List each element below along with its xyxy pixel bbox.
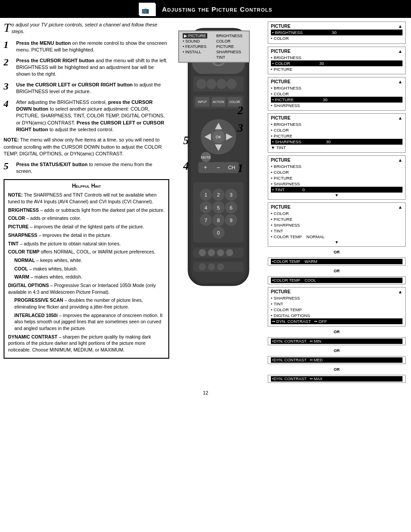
menu-box-6: PICTURE ▲ • COLOR • PICTURE • SHARPNESS … xyxy=(268,202,406,247)
svg-point-57 xyxy=(227,79,237,89)
steps-list: 1 Press the MENU button on the remote co… xyxy=(4,40,169,133)
menu-item-color-2: • COLOR 30 xyxy=(271,60,402,66)
svg-point-56 xyxy=(217,79,227,89)
step-text-5: Press the STATUS/EXIT button to remove t… xyxy=(16,161,169,175)
svg-text:+: + xyxy=(204,164,207,171)
menu-item-dyncontrast-max: • DYN. CONTRAST •• MAX xyxy=(271,376,402,382)
svg-text:INPUT: INPUT xyxy=(198,100,207,103)
svg-text:OK: OK xyxy=(215,135,221,139)
step-number-3: 3 xyxy=(4,82,13,91)
step-number-5: 5 xyxy=(4,161,13,171)
svg-text:5: 5 xyxy=(183,134,188,146)
right-column: PICTURE ▲ • BRIGHTNESS 30 • COLOR PICTUR… xyxy=(268,21,406,383)
step-1: 1 Press the MENU button on the remote co… xyxy=(4,40,169,54)
menu-item-color-4: • COLOR xyxy=(271,127,402,133)
left-column: T o adjust your TV picture controls, sel… xyxy=(4,21,169,383)
hint-brightness: BRIGHTNESS – adds or subtracts light fro… xyxy=(8,207,165,214)
menu-item-tint-4: ▼ TINT xyxy=(271,145,402,150)
menu-item-dyncontrast-min: • DYN. CONTRAST •• MIN xyxy=(271,339,402,344)
menu-title-6: PICTURE ▲ xyxy=(271,205,402,210)
hint-picture: PICTURE – improves the detail of the lig… xyxy=(8,223,165,230)
center-column: ▶ PICTURE • SOUND • FEATURES • INSTALL B… xyxy=(174,21,263,383)
svg-text:8: 8 xyxy=(217,218,220,223)
menu-item-picture-4: • PICTURE xyxy=(271,133,402,139)
hint-progressive: PROGRESSIVE SCAN – doubles the number of… xyxy=(14,297,165,310)
hint-sharpness: SHARPNESS – improves the detail in the p… xyxy=(8,232,165,239)
svg-text:5: 5 xyxy=(217,205,220,210)
svg-text:1: 1 xyxy=(205,192,207,197)
svg-point-47 xyxy=(217,249,224,256)
menu-item-digitaloptions-7: • DIGITAL OPTIONS xyxy=(271,313,402,318)
menu-item-sound: • SOUND xyxy=(183,39,207,44)
menu-item-dyncontrast-med: • DYN. CONTRAST •• MED xyxy=(271,357,402,363)
menu-item-colortemp-cool: • COLOR TEMP COOL xyxy=(271,278,402,283)
or-label-4: OR xyxy=(268,348,406,353)
or-label-5: OR xyxy=(268,367,406,372)
or-label-1: OR xyxy=(268,250,406,254)
step-number-4: 4 xyxy=(4,99,13,109)
menu-title-4: PICTURE ▲ xyxy=(271,116,402,120)
step-text-2: Press the CURSOR RIGHT button and the me… xyxy=(16,57,169,78)
hint-box: Helpful Hint NOTE: The SHARPNESS and TIN… xyxy=(4,179,169,358)
menu-item-brightness-1: • BRIGHTNESS 30 xyxy=(271,30,402,35)
menu-item-sharpness-5: • SHARPNESS xyxy=(271,181,402,187)
svg-point-50 xyxy=(199,263,206,270)
note-text: The menu will show only five items at a … xyxy=(4,137,162,156)
menu-item-picture2: PICTURE xyxy=(216,44,243,49)
step-5-list: 5 Press the STATUS/EXIT button to remove… xyxy=(4,161,169,175)
menu-title-7: PICTURE ▲ xyxy=(271,289,402,294)
step-2: 2 Press the CURSOR RIGHT button and the … xyxy=(4,57,169,78)
step-4: 4 After adjusting the BRIGHTNESS control… xyxy=(4,99,169,133)
svg-point-48 xyxy=(226,249,233,256)
page-number: 12 xyxy=(0,386,411,399)
menu-title-3: PICTURE ▲ xyxy=(271,79,402,84)
menu-item-brightness: BRIGHTNESS xyxy=(216,33,243,39)
svg-text:4: 4 xyxy=(205,205,207,210)
svg-text:COLOR: COLOR xyxy=(229,100,240,103)
menu-item-tint: TINT xyxy=(216,55,243,60)
menu-item-colortemp-warm: • COLOR TEMP WARM xyxy=(271,259,402,264)
svg-text:6: 6 xyxy=(230,205,232,210)
menu-box-5: PICTURE ▲ • BRIGHTNESS • COLOR • PICTURE… xyxy=(268,155,406,200)
intro-text: T o adjust your TV picture controls, sel… xyxy=(4,21,169,35)
menu-item-sharpness-3: • SHARPNESS xyxy=(271,103,402,108)
menu-box-3: PICTURE ▲ • BRIGHTNESS • COLOR • PICTURE… xyxy=(268,77,406,111)
onscreen-menu-left: ▶ PICTURE • SOUND • FEATURES • INSTALL xyxy=(183,33,207,60)
menu-item-sharpness-7: • SHARPNESS xyxy=(271,295,402,301)
step-3: 3 Use the CURSOR LEFT or CURSOR RIGHT bu… xyxy=(4,82,169,95)
menu-box-2: PICTURE ▲ • BRIGHTNESS • COLOR 30 • PICT… xyxy=(268,47,406,74)
menu-box-6c: • COLOR TEMP COOL xyxy=(268,276,406,284)
menu-title-5: PICTURE ▲ xyxy=(271,158,402,163)
svg-point-54 xyxy=(197,79,207,89)
note-label: NOTE: xyxy=(4,137,19,142)
menu-item-tint-6: • TINT xyxy=(271,228,402,234)
step-text-1: Press the MENU button on the remote cont… xyxy=(16,40,169,54)
step-text-4: After adjusting the BRIGHTNESS control, … xyxy=(16,99,169,133)
svg-text:3: 3 xyxy=(237,122,243,134)
menu-item-features: • FEATURES xyxy=(183,44,207,49)
arrow-up-4: ▲ xyxy=(398,116,402,120)
step-number-2: 2 xyxy=(4,57,13,67)
svg-point-52 xyxy=(217,263,224,270)
svg-text:0: 0 xyxy=(217,230,220,236)
page-title: Adjusting the Picture Controls xyxy=(162,5,273,13)
menu-item-color-6: • COLOR xyxy=(271,210,402,216)
menu-item-brightness-2: • BRIGHTNESS xyxy=(271,55,402,60)
or-label-3: OR xyxy=(268,330,406,334)
menu-box-7b: • DYN. CONTRAST •• MIN xyxy=(268,337,406,345)
svg-point-45 xyxy=(199,249,206,256)
menu-box-6b: • COLOR TEMP WARM xyxy=(268,257,406,266)
arrow-up-7: ▲ xyxy=(398,289,402,294)
menu-item-sharpness: SHARPNESS xyxy=(216,49,243,55)
menu-item-color-1: • COLOR xyxy=(271,35,402,41)
menu-title-2: PICTURE ▲ xyxy=(271,49,402,54)
hint-interlaced: INTERLACED 1050i – improves the appearan… xyxy=(14,312,165,332)
svg-text:MUTE: MUTE xyxy=(201,155,211,159)
hint-dynamic: DYNAMIC CONTRAST – sharpen the picture q… xyxy=(8,334,165,353)
menu-box-7: PICTURE ▲ • SHARPNESS • TINT • COLOR TEM… xyxy=(268,287,406,326)
svg-point-51 xyxy=(208,263,215,270)
page-header: 📺 Adjusting the Picture Controls xyxy=(0,0,411,18)
menu-item-brightness-4: • BRIGHTNESS xyxy=(271,121,402,127)
svg-text:4: 4 xyxy=(183,160,188,172)
menu-item-tint-5: • TINT 0 xyxy=(271,187,402,193)
